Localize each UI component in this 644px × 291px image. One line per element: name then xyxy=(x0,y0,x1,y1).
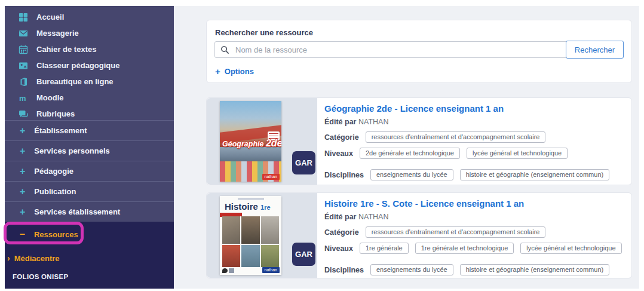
sidebar-item-label: Bureautique en ligne xyxy=(36,77,114,86)
discipline-pill: histoire et géographie (enseignement com… xyxy=(460,169,610,180)
publisher-line: Édité par NATHAN xyxy=(324,213,623,221)
sidebar-item-cahier-de-textes[interactable]: Cahier de textes xyxy=(5,41,174,57)
binder-icon xyxy=(19,61,28,71)
discipline-pill: enseignements du lycée xyxy=(370,169,453,180)
publisher-line: Édité par NATHAN xyxy=(324,118,623,126)
sidebar-item-label: Rubriques xyxy=(36,109,75,118)
levels-row: Niveaux 1re générale 1re générale et tec… xyxy=(324,243,623,254)
plus-icon: + xyxy=(20,167,25,176)
sidebar-section-services-etablissement[interactable]: + Services établissement xyxy=(5,201,174,222)
sidebar-item-rubriques[interactable]: Rubriques xyxy=(5,106,174,122)
cover-title: Histoire 1re xyxy=(225,201,271,212)
sidebar-section-services-personnels[interactable]: + Services personnels xyxy=(5,140,174,161)
plus-icon: + xyxy=(20,126,25,136)
calendar-icon xyxy=(19,45,28,54)
app-window: Accueil Messagerie Cahier de textes Clas… xyxy=(0,0,644,291)
sidebar-item-mediacentre[interactable]: › Médiacentre xyxy=(5,253,174,264)
cover-title: Géographie 2de xyxy=(222,138,281,149)
chat-icon xyxy=(19,109,28,119)
options-toggle[interactable]: + Options xyxy=(215,67,254,76)
cover-photo-mountain xyxy=(220,147,281,161)
resource-title-link[interactable]: Histoire 1re - S. Cote - Licence enseign… xyxy=(324,198,623,209)
levels-row: Niveaux 2de générale et technologique ly… xyxy=(324,148,623,159)
grid-icon xyxy=(19,13,28,22)
resource-title-link[interactable]: Géographie 2de - Licence enseignant 1 an xyxy=(324,103,623,114)
book-cover-geographie[interactable]: Géographie 2de nathan xyxy=(220,101,281,182)
level-pill: 1re générale xyxy=(360,243,409,254)
search-icon xyxy=(220,45,229,54)
cover-photo-collage xyxy=(222,216,279,266)
discipline-pill: enseignements du lycée xyxy=(370,264,453,275)
plus-icon: + xyxy=(20,146,25,156)
category-pill: ressources d'entraînement et d'accompagn… xyxy=(366,131,546,143)
category-row: Catégorie ressources d'entraînement et d… xyxy=(324,226,623,238)
cover-strip: Géographie 2de nathan GAR xyxy=(207,98,317,185)
sidebar-section-publication[interactable]: + Publication xyxy=(5,181,174,201)
cover-logos xyxy=(222,268,234,273)
sidebar-expanded-ressources: – Ressources › Médiacentre FOLIOS ONISEP xyxy=(5,222,174,289)
gar-badge: GAR xyxy=(292,151,315,174)
level-pill: 1re générale et technologique xyxy=(415,243,514,254)
sidebar-item-label: Messagerie xyxy=(36,29,79,38)
resource-details: Géographie 2de - Licence enseignant 1 an… xyxy=(324,103,623,185)
level-pill: lycée général et technologique xyxy=(467,148,568,159)
search-input[interactable] xyxy=(234,45,575,55)
cover-collection-mark xyxy=(238,198,264,200)
sidebar-item-label: Classeur pédagogique xyxy=(36,61,119,70)
publisher-logo: nathan xyxy=(262,174,280,180)
search-panel-title: Rechercher une ressource xyxy=(215,28,313,37)
category-pill: ressources d'entraînement et d'accompagn… xyxy=(366,226,546,238)
category-row: Catégorie ressources d'entraînement et d… xyxy=(324,131,623,143)
level-pill: lycée général et technologique xyxy=(520,243,621,254)
sidebar: Accueil Messagerie Cahier de textes Clas… xyxy=(5,6,174,289)
svg-text:m: m xyxy=(19,93,26,102)
sidebar-section-ressources[interactable]: – Ressources xyxy=(5,228,174,240)
sidebar-item-accueil[interactable]: Accueil xyxy=(5,9,174,25)
plus-icon: + xyxy=(215,67,220,76)
chevron-right-icon: › xyxy=(7,254,10,262)
resource-details: Histoire 1re - S. Cote - Licence enseign… xyxy=(324,198,623,280)
resource-card-histoire: Histoire 1re nathan GAR Histoire 1re - S… xyxy=(206,192,632,278)
book-cover-histoire[interactable]: Histoire 1re nathan xyxy=(220,196,281,275)
sidebar-item-label: Moodle xyxy=(36,93,64,102)
publisher-name: NATHAN xyxy=(358,213,388,221)
search-panel: Rechercher une ressource Rechercher + Op… xyxy=(206,20,632,83)
sidebar-item-label: Accueil xyxy=(36,13,64,22)
plus-icon: + xyxy=(20,207,25,217)
search-box xyxy=(214,41,581,58)
office-icon xyxy=(19,77,28,87)
sidebar-sections: + Établissement + Services personnels + … xyxy=(5,120,174,222)
sidebar-item-folios-onisep[interactable]: FOLIOS ONISEP xyxy=(13,273,68,280)
sidebar-section-pedagogie[interactable]: + Pédagogie xyxy=(5,161,174,181)
sidebar-item-classeur-pedagogique[interactable]: Classeur pédagogique xyxy=(5,57,174,73)
moodle-icon: m xyxy=(19,93,28,103)
sidebar-item-bureautique-en-ligne[interactable]: Bureautique en ligne xyxy=(5,73,174,90)
sidebar-item-messagerie[interactable]: Messagerie xyxy=(5,25,174,41)
publisher-logo: nathan xyxy=(262,267,280,273)
plus-icon: + xyxy=(20,187,25,197)
sidebar-section-etablissement[interactable]: + Établissement xyxy=(5,120,174,140)
disciplines-row: Disciplines enseignements du lycée histo… xyxy=(324,264,623,275)
options-label: Options xyxy=(225,67,254,76)
level-pill: 2de générale et technologique xyxy=(360,148,460,159)
minus-icon: – xyxy=(20,229,25,239)
publisher-name: NATHAN xyxy=(358,118,388,126)
sidebar-nav: Accueil Messagerie Cahier de textes Clas… xyxy=(5,6,174,122)
sidebar-item-moodle[interactable]: m Moodle xyxy=(5,90,174,106)
mail-icon xyxy=(19,29,28,38)
sidebar-item-label: Cahier de textes xyxy=(36,45,96,54)
resource-card-geographie: Géographie 2de nathan GAR Géographie 2de… xyxy=(206,97,632,185)
discipline-pill: histoire et géographie (enseignement com… xyxy=(460,264,610,275)
cover-strip: Histoire 1re nathan GAR xyxy=(207,193,317,278)
search-button[interactable]: Rechercher xyxy=(566,41,624,59)
disciplines-row: Disciplines enseignements du lycée histo… xyxy=(324,169,623,180)
gar-badge: GAR xyxy=(292,243,315,266)
